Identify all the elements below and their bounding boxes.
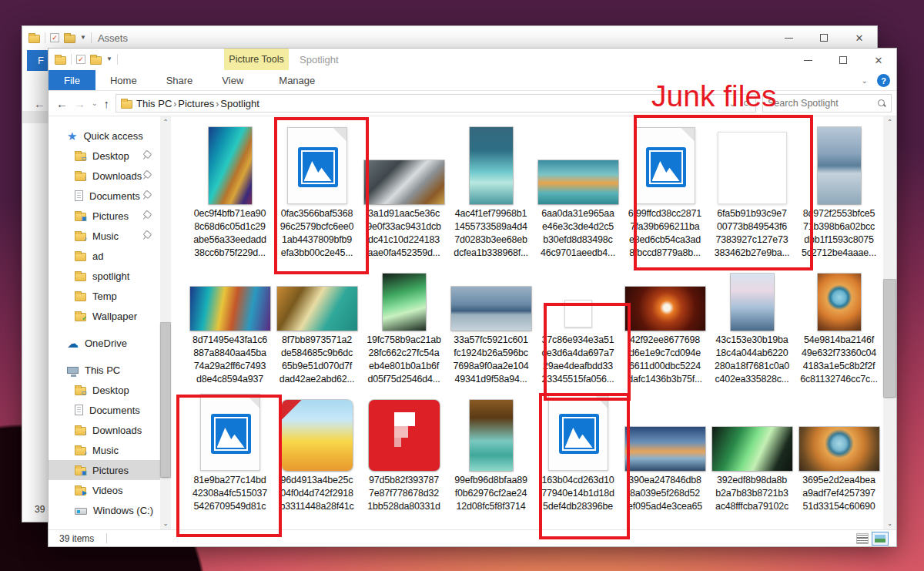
tab-view[interactable]: View: [207, 70, 258, 90]
file-row: 81e9ba277c14bd42308a4fc5150375426709549d…: [186, 395, 883, 513]
close-icon[interactable]: ✕: [842, 26, 877, 49]
image-thumbnail: [799, 427, 879, 471]
forward-arrow-icon[interactable]: →: [74, 97, 85, 110]
properties-icon[interactable]: ✓: [50, 33, 59, 42]
file-item[interactable]: 0ec9f4bfb71ea908c68d6c05d1c29abe56a33eed…: [186, 123, 273, 260]
sidebar-item-documents[interactable]: Documents: [49, 400, 160, 420]
sidebar-item-label: Temp: [92, 291, 117, 302]
sidebar-item-temp[interactable]: Temp: [49, 286, 160, 306]
details-view-icon[interactable]: [856, 533, 869, 544]
sidebar-item-desktop[interactable]: ▭Desktop: [49, 146, 160, 166]
sidebar-item-spotlight[interactable]: spotlight: [49, 266, 160, 286]
close-icon[interactable]: ✕: [861, 49, 896, 72]
file-item[interactable]: 19fc758b9ac21ab28fc662c27fc54aeb4e801b0a…: [360, 272, 447, 386]
recent-locations-icon[interactable]: ⌄: [92, 99, 98, 107]
large-icons-view-icon[interactable]: [872, 532, 889, 546]
annotation-box: [539, 393, 630, 539]
sidebar-item-pictures[interactable]: ▣Pictures: [49, 460, 160, 480]
sidebar-item-quick-access[interactable]: ★Quick access: [49, 126, 160, 146]
file-item[interactable]: 42f92ee8677698d6e1e9c7cd094e6611d00dbc52…: [621, 272, 708, 386]
help-icon[interactable]: ?: [877, 74, 890, 87]
sidebar-item-pictures[interactable]: ▣Pictures: [49, 206, 160, 226]
file-item[interactable]: 33a57fc5921c601fc1924b26a596bc7698a9f0aa…: [447, 272, 534, 386]
maximize-button[interactable]: [825, 49, 861, 72]
scrollbar-thumb[interactable]: [884, 280, 896, 397]
file-item[interactable]: 3695e2d2ea4beaa9adf7ef425739751d33154c60…: [795, 395, 882, 513]
file-item[interactable]: 97d5b82f3937877e87f778678d321bb528da8033…: [360, 395, 447, 513]
nav-scrollbar[interactable]: ⌃ ⌄: [160, 116, 171, 529]
sidebar-item-label: Quick access: [83, 130, 142, 142]
tab-file[interactable]: File: [49, 70, 95, 90]
minimize-button[interactable]: [790, 49, 825, 72]
file-item[interactable]: 96d4913a4be25c04f0d4d742f2918b3311448a28…: [273, 395, 360, 513]
scroll-down-icon[interactable]: ⌄: [160, 520, 171, 527]
file-item[interactable]: 8f7bb8973571a2de584685c9b6dc65b9e51d070d…: [273, 272, 360, 386]
minimize-button[interactable]: [771, 26, 806, 49]
file-item[interactable]: 3a1d91aac5e36c9e0f33ac9431dcbdc41c10d224…: [360, 123, 447, 260]
file-item[interactable]: 4ac4f1ef79968b11455733589a4d47d0283b3ee6…: [447, 123, 534, 260]
sidebar-item-label: Windows (C:): [93, 505, 153, 516]
new-folder-icon[interactable]: [90, 56, 102, 65]
sidebar-item-label: OneDrive: [85, 338, 127, 349]
properties-icon[interactable]: ✓: [76, 55, 85, 64]
files-scrollbar[interactable]: ⌃ ⌄: [883, 116, 896, 529]
maximize-button[interactable]: [806, 26, 842, 49]
sidebar-item-downloads[interactable]: ↓Downloads: [49, 166, 160, 186]
file-item[interactable]: 6aa0da31e965aae46e3c3de4d2c5b30efd8d8349…: [534, 123, 621, 260]
scroll-up-icon[interactable]: ⌃: [883, 119, 896, 126]
sidebar-item-label: spotlight: [92, 270, 129, 282]
document-icon: [75, 190, 83, 201]
sidebar-item-onedrive[interactable]: ☁OneDrive: [49, 333, 160, 353]
folder-icon: ▭: [75, 387, 86, 395]
pin-icon: [141, 190, 152, 201]
tab-home[interactable]: Home: [95, 70, 152, 90]
file-item[interactable]: 8d71495e43fa1c6887a8840aa45ba74a29a2ff6c…: [186, 272, 273, 386]
back-arrow-icon[interactable]: ←: [56, 97, 68, 110]
new-folder-icon[interactable]: [64, 35, 75, 43]
file-item[interactable]: 43c153e30b19ba18c4a044ab6220280a18f7681c…: [708, 272, 795, 386]
file-item[interactable]: 54e9814ba2146f49e632f73360c044183a1e5c8b…: [795, 272, 882, 386]
sidebar-item-windows-c-[interactable]: Windows (C:): [49, 500, 160, 520]
file-name: 99efb96d8bfaa89f0b62976cf2ae2412d08fc5f8…: [454, 474, 527, 513]
breadcrumb-item[interactable]: Pictures: [178, 98, 214, 109]
sidebar-item-wallpaper[interactable]: ✔Wallpaper: [49, 306, 160, 326]
tab-share[interactable]: Share: [152, 70, 208, 90]
folder-icon: ↓: [75, 173, 86, 181]
annotation-box: [176, 395, 282, 537]
scroll-down-icon[interactable]: ⌄: [883, 520, 896, 527]
sidebar-item-label: This PC: [85, 364, 120, 376]
file-item[interactable]: 390ea247846db88a039e5f268d52ef095ad4e3ce…: [621, 395, 708, 513]
breadcrumb-item[interactable]: Spotlight: [220, 98, 259, 109]
file-item[interactable]: 99efb96d8bfaa89f0b62976cf2ae2412d08fc5f8…: [447, 395, 534, 513]
folder-icon: [121, 100, 132, 109]
picture-tools-badge[interactable]: Picture Tools: [224, 49, 289, 70]
sidebar-item-documents[interactable]: Documents: [49, 186, 160, 206]
sidebar-item-music[interactable]: ♪Music: [49, 226, 160, 246]
window-title: Assets: [98, 32, 128, 44]
sidebar-item-downloads[interactable]: ↓Downloads: [49, 420, 160, 440]
image-thumbnail: [818, 274, 861, 331]
qat-customize-icon[interactable]: ▼: [106, 56, 112, 62]
search-input[interactable]: [768, 98, 878, 109]
qat-customize-icon[interactable]: ▼: [80, 35, 86, 41]
scrollbar-thumb[interactable]: [161, 323, 170, 477]
titlebar-assets: ✓ ▼ Assets ✕: [22, 26, 877, 49]
up-arrow-icon[interactable]: ↑: [104, 97, 110, 110]
ribbon-collapse-icon[interactable]: ⌄: [862, 76, 868, 85]
search-icon[interactable]: [878, 99, 886, 108]
folder-icon: ↓: [75, 427, 86, 435]
sidebar-item-ad[interactable]: ad: [49, 246, 160, 266]
sidebar-item-videos[interactable]: ▶Videos: [49, 480, 160, 500]
game-app-icon: [282, 400, 353, 471]
sidebar-item-this-pc[interactable]: This PC: [49, 360, 160, 380]
folder-icon: [75, 293, 86, 301]
sidebar-item-music[interactable]: ♪Music: [49, 440, 160, 460]
file-item[interactable]: 392edf8b98da8bb2a7b83b8721b3ac48fffcba79…: [708, 395, 795, 513]
sidebar-item-desktop[interactable]: ▭Desktop: [49, 380, 160, 400]
folder-icon: ▣: [75, 467, 86, 475]
scroll-up-icon[interactable]: ⌃: [160, 119, 171, 126]
search-box[interactable]: [762, 94, 892, 113]
breadcrumb-item[interactable]: This PC: [136, 98, 172, 109]
back-arrow-icon[interactable]: ←: [34, 97, 45, 110]
tab-manage[interactable]: Manage: [264, 70, 330, 90]
